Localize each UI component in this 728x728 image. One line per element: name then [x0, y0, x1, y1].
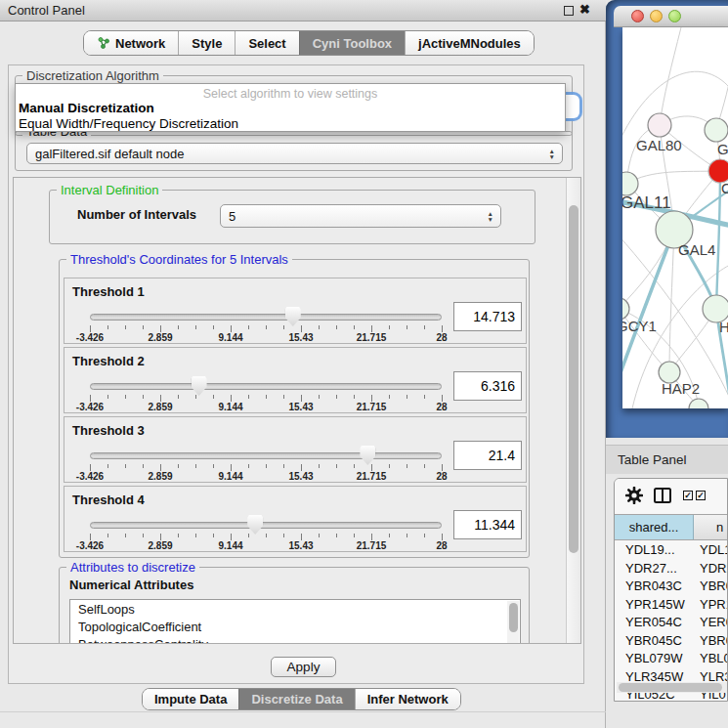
- cell-name[interactable]: YBR0: [700, 633, 728, 648]
- cell-shared-name[interactable]: YDL19...: [625, 542, 675, 557]
- close-icon[interactable]: ✖: [579, 2, 590, 17]
- tick-mark: [389, 464, 390, 468]
- table-row[interactable]: YBL079WYBL0: [615, 650, 728, 668]
- tick-mark: [248, 464, 249, 468]
- control-panel-tabbar: Network Style Select Cyni Toolbox jActiv…: [83, 30, 535, 56]
- menu-item-manual-discretization[interactable]: Manual Discretization: [19, 101, 154, 115]
- panel-scrollbar[interactable]: [566, 178, 580, 643]
- node-gal11[interactable]: [622, 172, 638, 195]
- cell-shared-name[interactable]: YER054C: [625, 615, 682, 629]
- control-panel-titlebar: Control Panel ✖: [0, 0, 606, 21]
- number-of-intervals-combobox[interactable]: 5 ▲▼: [220, 204, 501, 228]
- cell-name[interactable]: YBR0: [700, 578, 728, 593]
- cell-name[interactable]: YER0: [700, 615, 728, 629]
- node-bottom-partial[interactable]: [689, 399, 708, 408]
- node-gal80[interactable]: [648, 113, 671, 137]
- mac-minimize-button[interactable]: [650, 10, 663, 22]
- label-gcy1: GCY1: [622, 318, 657, 334]
- tab-select[interactable]: Select: [235, 31, 298, 55]
- tab-cyni-toolbox[interactable]: Cyni Toolbox: [299, 31, 405, 55]
- tab-impute-data-label: Impute Data: [154, 692, 227, 707]
- tick-label: 15.43: [279, 332, 322, 343]
- discretization-algorithm-group-title: Discretization Algorithm: [22, 68, 163, 83]
- threshold-1-value-field[interactable]: 14.713: [453, 302, 522, 331]
- tick-mark: [125, 325, 126, 329]
- table-row[interactable]: YBR045CYBR0: [615, 632, 728, 651]
- threshold-2-slider-track[interactable]: [90, 383, 442, 390]
- tab-jactivemnodules-label: jActiveMNodules: [418, 36, 521, 51]
- tick-mark: [336, 325, 337, 329]
- cell-shared-name[interactable]: YDR27...: [625, 561, 677, 576]
- table-data-combobox[interactable]: galFiltered.sif default node ▲▼: [26, 143, 563, 164]
- tab-network[interactable]: Network: [84, 31, 178, 55]
- table-row[interactable]: YDR27...YDR2: [615, 560, 728, 578]
- tick-mark: [107, 395, 108, 399]
- attributes-scrollbar-thumb[interactable]: [509, 603, 518, 632]
- panel-scrollbar-thumb[interactable]: [569, 205, 578, 553]
- gear-icon[interactable]: [625, 487, 643, 504]
- attributes-scrollbar[interactable]: [507, 601, 519, 644]
- table-hscrollbar-thumb[interactable]: [619, 683, 722, 692]
- cell-name[interactable]: YDR2: [700, 561, 728, 576]
- threshold-1-slider-track[interactable]: [90, 314, 442, 321]
- tick-mark: [389, 395, 390, 399]
- threshold-2-slider-thumb[interactable]: [192, 376, 207, 396]
- tick-label: 9.144: [209, 402, 252, 412]
- cell-name[interactable]: YDL1: [700, 542, 728, 557]
- node-green-top[interactable]: [705, 118, 728, 142]
- threshold-2-value-field[interactable]: 6.316: [453, 371, 522, 401]
- threshold-3-value-field[interactable]: 21.4: [453, 441, 522, 470]
- column-header-shared-name[interactable]: shared...: [615, 515, 694, 539]
- cell-shared-name[interactable]: YPR145W: [625, 597, 685, 612]
- tick-mark: [107, 464, 108, 468]
- columns-icon[interactable]: [654, 488, 671, 503]
- threshold-3-slider-thumb[interactable]: [360, 446, 375, 465]
- network-window-titlebar[interactable]: [614, 6, 728, 27]
- cell-shared-name[interactable]: YBR043C: [625, 578, 682, 593]
- numerical-attributes-list[interactable]: SelfLoopsTopologicalCoefficientBetweenne…: [69, 599, 521, 644]
- tab-jactivemnodules[interactable]: jActiveMNodules: [405, 31, 534, 55]
- column-header-name[interactable]: n: [716, 515, 723, 539]
- tick-mark: [319, 395, 320, 399]
- tab-infer-network[interactable]: Infer Network: [355, 689, 460, 709]
- attribute-item[interactable]: SelfLoops: [70, 600, 520, 618]
- tick-label: 28: [420, 332, 463, 343]
- network-canvas[interactable]: GAL80 GA C GAL11 GAL4 GCY1 H HAP2: [622, 27, 728, 408]
- table-row[interactable]: YDL19...YDL1: [615, 541, 728, 560]
- mac-zoom-button[interactable]: [668, 10, 681, 22]
- tick-mark: [371, 395, 372, 402]
- tick-mark: [301, 534, 302, 540]
- tab-discretize-data[interactable]: Discretize Data: [238, 689, 354, 709]
- table-data-combobox-value: galFiltered.sif default node: [35, 147, 184, 161]
- checkbox-icon[interactable]: ✓: [683, 491, 693, 500]
- cell-name[interactable]: YPR1: [700, 597, 728, 612]
- mac-close-button[interactable]: [631, 10, 644, 22]
- tab-style[interactable]: Style: [178, 31, 235, 55]
- tick-mark: [424, 464, 425, 468]
- tick-mark: [371, 534, 372, 540]
- table-hscrollbar[interactable]: [617, 682, 727, 693]
- menu-item-equal-width-frequency[interactable]: Equal Width/Frequency Discretization: [19, 116, 238, 131]
- float-window-icon[interactable]: [564, 6, 574, 16]
- attribute-item[interactable]: BetweennessCentrality: [70, 635, 520, 644]
- tick-mark: [248, 325, 249, 329]
- attribute-item[interactable]: TopologicalCoefficient: [70, 618, 520, 635]
- apply-button[interactable]: Apply: [271, 657, 336, 677]
- tick-mark: [283, 534, 284, 537]
- table-row[interactable]: YPR145WYPR1: [615, 596, 728, 615]
- cell-name[interactable]: YBL0: [700, 651, 728, 665]
- tick-mark: [407, 325, 407, 329]
- network-graph: GAL80 GA C GAL11 GAL4 GCY1 H HAP2: [622, 27, 728, 408]
- threshold-3-slider-track[interactable]: [90, 452, 442, 459]
- node-gcy1[interactable]: [622, 298, 629, 320]
- threshold-4-value-field[interactable]: 11.344: [453, 510, 522, 539]
- table-row[interactable]: YER054CYER0: [615, 614, 728, 632]
- tab-impute-data[interactable]: Impute Data: [143, 689, 238, 709]
- threshold-4-slider-thumb[interactable]: [247, 515, 263, 535]
- cell-shared-name[interactable]: YBL079W: [625, 651, 683, 665]
- cell-shared-name[interactable]: YBR045C: [625, 633, 682, 648]
- table-row[interactable]: YBR043CYBR0: [615, 578, 728, 596]
- threshold-1-slider-thumb[interactable]: [285, 307, 301, 326]
- threshold-4-slider-track[interactable]: [90, 522, 442, 529]
- checkbox-icon[interactable]: ✓: [696, 491, 706, 500]
